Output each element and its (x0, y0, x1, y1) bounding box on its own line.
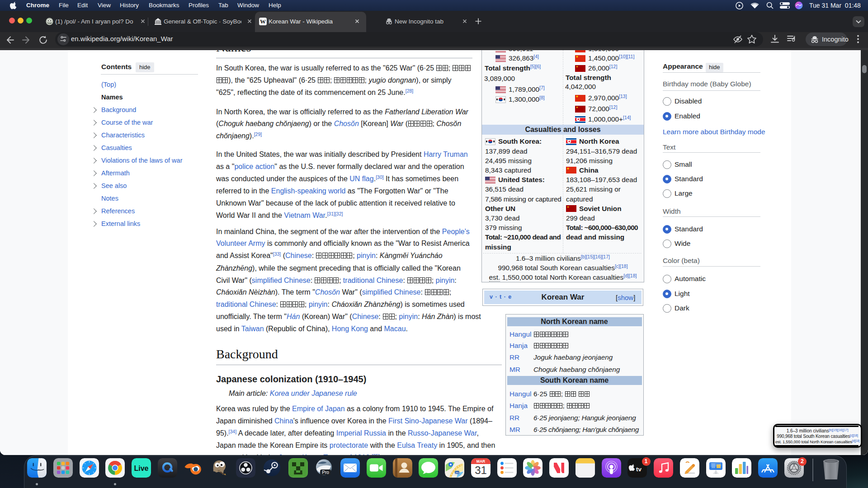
svg-text:280: 280 (455, 471, 459, 474)
svg-text:31: 31 (475, 464, 487, 476)
svg-text:tv: tv (636, 466, 642, 473)
svg-text:W: W (260, 18, 266, 25)
svg-text:MAR: MAR (476, 459, 485, 464)
svg-text:Live: Live (134, 465, 148, 472)
svg-text:Pro: Pro (322, 470, 329, 475)
